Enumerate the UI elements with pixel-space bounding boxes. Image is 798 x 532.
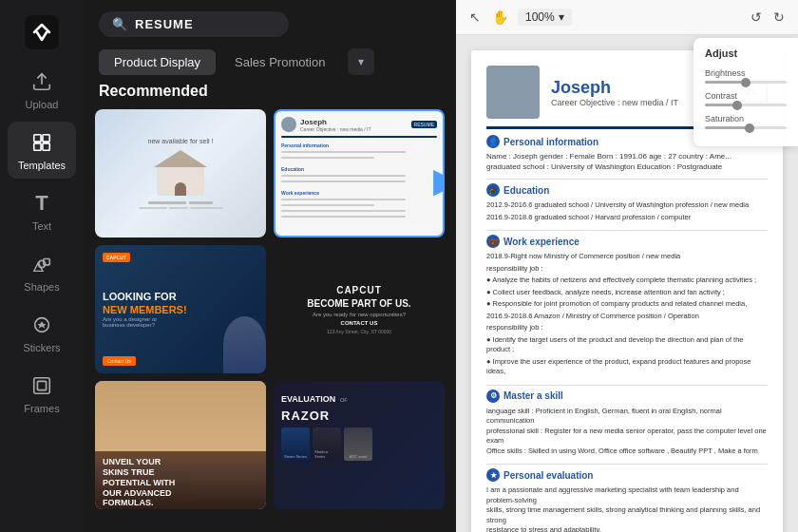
house-roof xyxy=(154,150,207,167)
personal-section-mini: Personal information xyxy=(281,142,437,148)
divider-3 xyxy=(486,385,768,386)
svg-rect-1 xyxy=(34,135,41,142)
sidebar-upload-label: Upload xyxy=(26,99,59,110)
work-entry-4: ● Collect user feedback, analyze needs, … xyxy=(486,288,768,298)
template-card-house[interactable]: new available for sell ! xyxy=(95,109,266,238)
text-line-7 xyxy=(281,210,406,212)
undo-button[interactable]: ↺ xyxy=(749,8,764,27)
app-logo xyxy=(25,15,59,49)
search-icon: 🔍 xyxy=(112,17,127,31)
adjust-panel: Adjust Brightness Contrast Saturation xyxy=(694,38,798,146)
text-line-2 xyxy=(281,157,374,159)
skill-content: language skill : Proficient in English, … xyxy=(486,407,768,457)
work-entry-6: 2016.9-2018.6 Amazon / Ministry of Comme… xyxy=(486,312,768,322)
brightness-slider[interactable] xyxy=(705,81,787,84)
saturation-fill xyxy=(705,126,750,129)
contrast-row: Contrast xyxy=(705,91,787,106)
sidebar-item-upload[interactable]: Upload xyxy=(8,61,76,118)
sidebar-item-shapes[interactable]: Shapes xyxy=(8,243,76,300)
template-card-join[interactable]: CAPCUT BECOME PART OF US. Are you ready … xyxy=(274,245,445,373)
resume-education-section: 🎓 Education 2012.9-2016.6 graduated scho… xyxy=(486,183,768,222)
template-card-resume[interactable]: Joseph Career Objective : new media / IT… xyxy=(274,109,445,238)
divider-4 xyxy=(486,464,768,465)
right-panel: ↖ ✋ 100% ▾ ↺ ↻ Joseph Career Objective :… xyxy=(456,0,798,532)
product-2: Shadow Series xyxy=(313,428,341,461)
search-bar[interactable]: 🔍 RESUME xyxy=(99,11,289,37)
skill-section-title: ⚙ Master a skill xyxy=(486,390,768,403)
templates-icon xyxy=(28,129,55,156)
text-line-6 xyxy=(281,204,374,206)
tabs-dropdown[interactable]: ▾ xyxy=(348,48,374,75)
tab-product-display[interactable]: Product Display xyxy=(99,49,216,75)
card3-badge: CAPCUT xyxy=(103,253,130,262)
work-icon: 💼 xyxy=(486,235,500,248)
tab-sales-promotion[interactable]: Sales Promotion xyxy=(219,49,340,75)
work-entry-8: ● Identify the target users of the produ… xyxy=(486,335,768,355)
card3-cta: Contact Us xyxy=(103,356,136,366)
eval-section-title: ★ Personal evaluation xyxy=(486,468,768,482)
top-bar: 🔍 RESUME xyxy=(84,0,456,48)
work-section-title: 💼 Work experience xyxy=(486,235,768,248)
product-1: Steam Series xyxy=(281,428,310,461)
redo-button[interactable]: ↻ xyxy=(771,8,787,27)
sidebar-item-text[interactable]: T Text xyxy=(8,182,76,239)
contrast-slider[interactable] xyxy=(705,104,787,106)
sidebar-item-frames[interactable]: Frames xyxy=(8,365,76,422)
text-line-4 xyxy=(281,180,406,182)
svg-rect-3 xyxy=(34,143,41,150)
resume-eval-section: ★ Personal evaluation I am a passionate … xyxy=(486,468,768,532)
person-silhouette xyxy=(223,316,266,373)
resume-objective: Career Objective : new media / IT xyxy=(551,98,699,107)
resume-skill-section: ⚙ Master a skill language skill : Profic… xyxy=(486,390,768,457)
card5-bg: UNVEIL YOUR SKINS TRUE POTENTIAL WITH OU… xyxy=(95,381,266,509)
resume-objective-mini: Career Objective : new media / IT xyxy=(300,126,370,132)
templates-section: Recommended new available for sell ! xyxy=(84,83,456,532)
personal-fields: Name : Joseph gender : Female Born : 199… xyxy=(486,152,768,161)
doc-toolbar: ↖ ✋ 100% ▾ ↺ ↻ xyxy=(456,0,798,35)
cursor-tool[interactable]: ↖ xyxy=(467,8,483,27)
resume-avatar-mini xyxy=(281,117,296,132)
text-line-5 xyxy=(281,199,406,200)
section-title: Recommended xyxy=(95,83,445,100)
card4-sub: Are you ready for new opportunities? xyxy=(313,312,406,317)
resume-header-mini: Joseph Career Objective : new media / IT… xyxy=(281,117,437,132)
education-section-title: 🎓 Education xyxy=(486,183,768,197)
house-shape xyxy=(152,148,209,196)
card3-top: CAPCUT xyxy=(103,253,258,262)
contrast-thumb[interactable] xyxy=(732,101,742,110)
capcut-logo: CAPCUT xyxy=(336,285,382,295)
sidebar-templates-label: Templates xyxy=(18,160,66,171)
sidebar-text-label: Text xyxy=(32,220,51,232)
template-card-razor[interactable]: EVALUATION OF RAZOR Steam Series Shadow … xyxy=(274,381,445,509)
template-card-beauty[interactable]: UNVEIL YOUR SKINS TRUE POTENTIAL WITH OU… xyxy=(95,381,266,509)
sidebar-item-templates[interactable]: Templates xyxy=(8,122,76,179)
work-entry-3: ● Analyze the habits of netizens and eff… xyxy=(486,276,768,286)
template-card-hiring[interactable]: CAPCUT LOOKING FOR NEW MEMBERS! Are you … xyxy=(95,245,266,373)
chevron-down-icon: ▾ xyxy=(358,55,364,68)
card6-eval: EVALUATION OF xyxy=(281,389,437,406)
personal-fields2: graduated school : University of Washing… xyxy=(486,162,768,171)
saturation-thumb[interactable] xyxy=(745,124,754,133)
brightness-row: Brightness xyxy=(705,68,787,84)
brightness-label: Brightness xyxy=(705,68,787,78)
product-3: ADC aaad xyxy=(344,428,372,461)
frames-icon xyxy=(28,372,55,399)
text-icon: T xyxy=(28,190,55,217)
text-line-1 xyxy=(281,151,406,153)
card3-title1: LOOKING FOR NEW MEMBERS! xyxy=(103,291,258,315)
zoom-control[interactable]: 100% ▾ xyxy=(518,9,572,26)
brightness-thumb[interactable] xyxy=(741,78,750,87)
card1-label: new available for sell ! xyxy=(148,138,214,144)
sidebar-item-stickers[interactable]: Stickers xyxy=(8,304,76,361)
resume-work-section: 💼 Work experience 2018.9-Right now Minis… xyxy=(486,235,768,377)
education-icon: 🎓 xyxy=(486,183,500,197)
resume-name-mini: Joseph xyxy=(300,118,370,126)
work-entry-1: 2018.9-Right now Ministry of Commerce po… xyxy=(486,252,768,262)
adjust-title: Adjust xyxy=(705,48,787,59)
hand-tool[interactable]: ✋ xyxy=(490,8,510,27)
house-door xyxy=(175,182,186,196)
sidebar-frames-label: Frames xyxy=(24,403,59,414)
saturation-slider[interactable] xyxy=(705,126,787,129)
contrast-label: Contrast xyxy=(705,91,787,101)
divider-2 xyxy=(486,230,768,231)
